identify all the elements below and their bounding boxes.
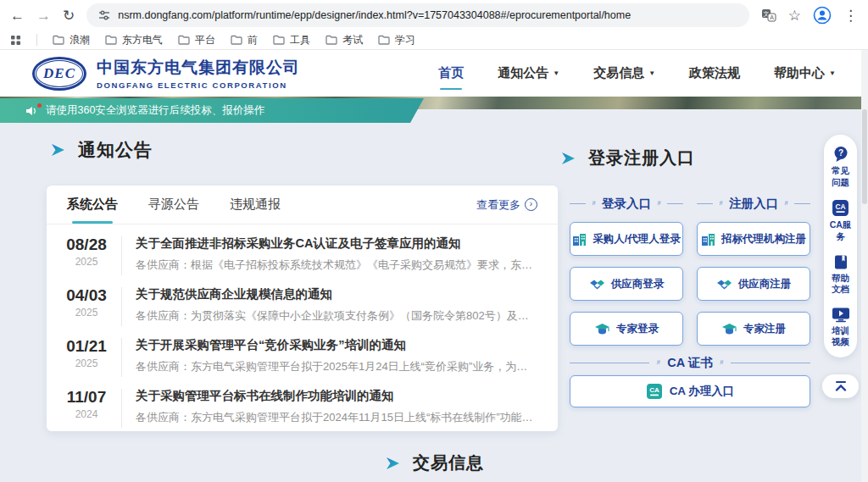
notice-title: 关于规范供应商企业规模信息的通知 xyxy=(136,286,537,302)
section-title: 登录注册入口 xyxy=(588,147,695,169)
translate-icon[interactable]: 文A xyxy=(761,8,776,22)
bookmark-folder[interactable]: 前 xyxy=(231,33,258,47)
expert-login-button[interactable]: 专家登录 xyxy=(570,312,683,346)
company-logo: DEC 中国东方电气集团有限公司 DONGFANG ELECTRIC CORPO… xyxy=(32,57,300,91)
notices-section-header: 通知公告 xyxy=(51,138,153,162)
folder-icon xyxy=(326,35,337,45)
supplier-login-button[interactable]: 供应商登录 xyxy=(570,267,683,301)
url-bar[interactable]: nsrm.dongfang.com/platform/runtime/epp/d… xyxy=(86,3,749,27)
reload-icon[interactable]: ↻ xyxy=(63,8,75,23)
ca-apply-entry-button[interactable]: CA CA 办理入口 xyxy=(570,375,810,407)
bidding-agency-register-button[interactable]: 招标代理机构注册 xyxy=(697,222,810,256)
nav-trade-info[interactable]: 交易信息▼ xyxy=(593,65,655,81)
view-more-label: 查看更多 xyxy=(476,197,520,213)
page-body: DEC 中国东方电气集团有限公司 DONGFANG ELECTRIC CORPO… xyxy=(0,50,868,482)
svg-text:?: ? xyxy=(837,148,843,158)
ca-service-shortcut[interactable]: CA CA服务 xyxy=(828,199,854,242)
bookmark-star-icon[interactable]: ☆ xyxy=(788,8,801,23)
svg-text:CA: CA xyxy=(649,386,659,394)
notice-date: 11/072024 xyxy=(62,388,111,420)
notice-summary: 各供应商：为贯彻落实《保障中小企业款项支付条例》（国务院令第802号）及《中小企… xyxy=(136,308,537,324)
nav-home[interactable]: 首页 xyxy=(438,65,464,81)
shortcut-label: 帮助文档 xyxy=(828,273,854,296)
handshake-icon xyxy=(589,279,605,290)
bookmark-folder[interactable]: 浪潮 xyxy=(53,33,90,47)
back-to-top-button[interactable] xyxy=(822,374,859,398)
document-icon xyxy=(832,254,849,270)
tab-violation-reports[interactable]: 违规通报 xyxy=(230,197,281,213)
login-subheader: 〃登录入口〃 xyxy=(570,196,683,212)
notice-date-year: 2024 xyxy=(62,408,111,420)
notice-date-year: 2025 xyxy=(62,357,111,369)
divider xyxy=(121,236,122,275)
handshake-icon xyxy=(716,279,732,290)
notice-list-item[interactable]: 11/072024 关于采购管理平台标书在线制作功能培训的通知各供应商：东方电气… xyxy=(47,377,558,428)
nav-notices[interactable]: 通知公告▼ xyxy=(498,65,559,81)
site-settings-icon xyxy=(98,9,110,21)
faq-shortcut[interactable]: ? 常见问题 xyxy=(828,146,854,188)
nav-label: 通知公告 xyxy=(498,65,548,81)
tab-sourcing-notices[interactable]: 寻源公告 xyxy=(148,197,199,213)
notice-date: 08/282025 xyxy=(62,235,111,268)
notice-date: 04/032025 xyxy=(62,286,111,319)
button-label: 招标代理机构注册 xyxy=(721,232,806,247)
company-name-en: DONGFANG ELECTRIC CORPORATION xyxy=(97,80,300,90)
ca-badge-icon: CA xyxy=(646,383,663,400)
nav-label: 帮助中心 xyxy=(774,65,825,81)
training-videos-shortcut[interactable]: 培训视频 xyxy=(828,307,854,348)
apps-grid-icon[interactable] xyxy=(10,35,21,46)
register-subheader-label: 注册入口 xyxy=(729,196,778,212)
entry-subheaders: 〃登录入口〃 〃注册入口〃 xyxy=(570,196,810,212)
trade-section-header: 交易信息 xyxy=(386,452,484,474)
bookmark-label: 学习 xyxy=(395,33,415,47)
back-icon[interactable]: ← xyxy=(10,8,25,23)
entry-button-grid: 采购人/代理人登录 招标代理机构注册 供应商登录 供应商注册 专家登录 专家注册 xyxy=(570,222,810,346)
bookmark-label: 考试 xyxy=(342,33,363,47)
section-arrow-icon xyxy=(561,152,576,165)
bookmark-folder[interactable]: 平台 xyxy=(178,33,215,47)
bookmark-folder[interactable]: 工具 xyxy=(273,33,310,47)
bookmark-folder[interactable]: 学习 xyxy=(378,33,415,47)
nav-label: 交易信息 xyxy=(593,65,644,81)
notice-list-item[interactable]: 08/282025 关于全面推进非招标采购业务CA认证及电子签章应用的通知各供应… xyxy=(47,224,558,275)
expert-register-button[interactable]: 专家注册 xyxy=(697,312,810,346)
notice-summary: 各供应商：东方电气采购管理平台拟于2024年11月15日上线“标书在线制作”功能… xyxy=(136,410,537,425)
notice-list-item[interactable]: 01/212025 关于开展采购管理平台“竞价采购业务”培训的通知各供应商：东方… xyxy=(47,326,558,377)
question-icon: ? xyxy=(832,146,850,163)
nav-policies[interactable]: 政策法规 xyxy=(689,65,740,81)
bookmark-label: 前 xyxy=(248,33,258,47)
chevron-down-icon: ▼ xyxy=(553,69,559,77)
folder-icon xyxy=(53,35,64,45)
chevron-up-bar-icon xyxy=(834,381,848,391)
forward-icon[interactable]: → xyxy=(36,8,51,23)
view-more-link[interactable]: 查看更多› xyxy=(476,197,537,213)
notice-date-md: 11/07 xyxy=(62,388,111,407)
building-icon xyxy=(572,233,587,246)
notice-title: 关于开展采购管理平台“竞价采购业务”培训的通知 xyxy=(136,337,537,353)
notice-date-md: 01/21 xyxy=(62,337,111,356)
purchaser-agent-login-button[interactable]: 采购人/代理人登录 xyxy=(570,222,683,256)
help-docs-shortcut[interactable]: 帮助文档 xyxy=(828,254,854,296)
divider xyxy=(36,34,37,46)
tab-system-notices[interactable]: 系统公告 xyxy=(67,197,118,213)
nav-help-center[interactable]: 帮助中心▼ xyxy=(774,65,836,81)
logo-text: DEC xyxy=(43,65,75,82)
section-arrow-icon xyxy=(386,457,401,470)
chrome-menu-icon[interactable]: ⋮ xyxy=(843,8,858,23)
scrollbar-thumb[interactable] xyxy=(862,109,867,204)
profile-avatar-icon[interactable] xyxy=(813,6,832,25)
building-icon xyxy=(701,233,715,246)
folder-icon xyxy=(105,35,117,45)
url-text: nsrm.dongfang.com/platform/runtime/epp/d… xyxy=(118,9,631,21)
bookmark-folder[interactable]: 东方电气 xyxy=(105,33,163,47)
bookmark-label: 东方电气 xyxy=(122,33,163,47)
browser-toolbar: ← → ↻ nsrm.dongfang.com/platform/runtime… xyxy=(0,0,868,30)
notices-card: 系统公告 寻源公告 违规通报 查看更多› 08/282025 关于全面推进非招标… xyxy=(47,186,558,431)
ticker-text: 请使用360安全浏览器进行后续投标、报价操作 xyxy=(46,103,264,118)
bookmark-folder[interactable]: 考试 xyxy=(326,33,363,47)
supplier-register-button[interactable]: 供应商注册 xyxy=(697,267,810,301)
notice-list-item[interactable]: 04/032025 关于规范供应商企业规模信息的通知各供应商：为贯彻落实《保障中… xyxy=(47,275,558,326)
site-header: DEC 中国东方电气集团有限公司 DONGFANG ELECTRIC CORPO… xyxy=(0,50,868,97)
register-subheader: 〃注册入口〃 xyxy=(697,196,810,212)
notice-date-md: 08/28 xyxy=(62,235,111,254)
